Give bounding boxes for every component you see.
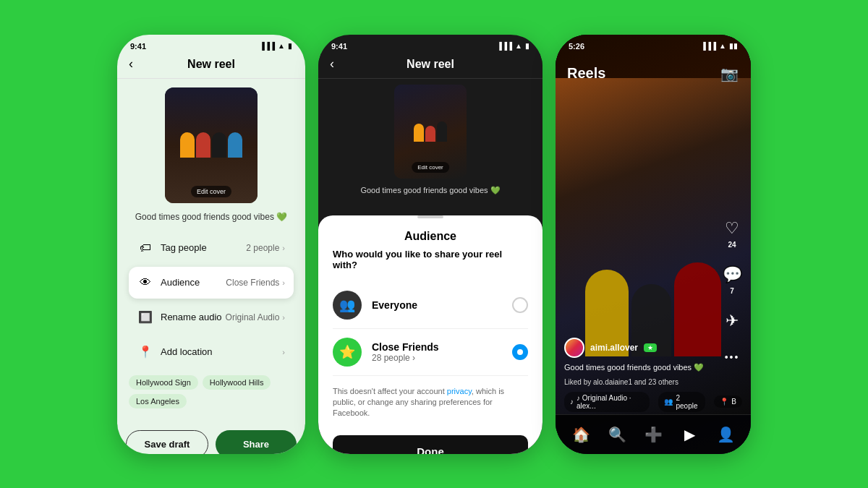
camera-button[interactable]: 📷 — [719, 64, 739, 84]
people-icon: 👥 — [664, 398, 673, 406]
status-icons-3: ▐▐▐ ▲ ▮▮ — [701, 42, 738, 50]
comment-action[interactable]: 💬 7 — [722, 265, 742, 295]
done-button[interactable]: Done — [333, 435, 528, 454]
person-1 — [180, 132, 195, 158]
save-draft-button[interactable]: Save draft — [126, 430, 208, 454]
phone-2: 9:41 ▐▐▐ ▲ ▮ ‹ New reel Edit cover Good … — [318, 35, 542, 454]
status-bar-2: 9:41 ▐▐▐ ▲ ▮ — [318, 35, 542, 53]
close-friends-sub: 28 people › — [372, 353, 512, 363]
back-button-1[interactable]: ‹ — [129, 56, 133, 72]
battery-icon-3: ▮▮ — [729, 42, 738, 50]
close-friends-info: Close Friends 28 people › — [372, 341, 512, 363]
phone-1: 9:41 ▐▐▐ ▲ ▮ ‹ New reel Edit cover Good — [117, 35, 305, 454]
p2-person-1 — [414, 124, 424, 142]
people-group-1 — [180, 132, 242, 158]
phone-3: 5:26 ▐▐▐ ▲ ▮▮ Reels 📷 ♡ 24 💬 7 ✈ — [556, 35, 751, 454]
reel-user-row: aimi.allover ★ — [564, 338, 742, 358]
location-tags-container: Hollywood Sign Hollywood Hills Los Angel… — [129, 371, 294, 416]
screen-header-1: ‹ New reel — [117, 53, 305, 79]
header-title-1: New reel — [187, 58, 235, 71]
location-chevron: › — [282, 348, 285, 356]
radio-inner — [517, 349, 523, 355]
audio-meta[interactable]: ♪ ♪ Original Audio · alex... — [564, 392, 650, 412]
heart-action[interactable]: ♡ 24 — [722, 218, 742, 249]
header-title-2: New reel — [407, 58, 454, 71]
reel-meta-row: ♪ ♪ Original Audio · alex... 👥 2 people … — [564, 392, 742, 412]
tag-icon: 🏷 — [137, 240, 153, 256]
audio-chevron: › — [282, 313, 285, 322]
audience-icon: 👁 — [137, 275, 153, 291]
back-button-2[interactable]: ‹ — [330, 56, 334, 72]
signal-icon-2: ▐▐▐ — [497, 42, 512, 50]
audience-modal: Audience Who would you like to share you… — [318, 215, 542, 454]
location-tag-1[interactable]: Hollywood Hills — [203, 375, 271, 390]
close-friends-radio[interactable] — [512, 344, 528, 360]
status-icons-2: ▐▐▐ ▲ ▮ — [497, 42, 529, 50]
audience-option-close-friends[interactable]: ⭐ Close Friends 28 people › — [333, 329, 528, 376]
music-icon: ♪ — [570, 398, 574, 406]
nav-reels[interactable]: ▶ — [676, 421, 702, 448]
audience-option-everyone[interactable]: 👥 Everyone — [333, 282, 528, 329]
audience-label: Audience — [161, 277, 226, 288]
location-meta[interactable]: 📍 B — [714, 395, 742, 408]
reels-bottom-info: aimi.allover ★ Good times good friends g… — [556, 338, 751, 411]
location-label: Add location — [161, 346, 282, 357]
status-bar-3: 5:26 ▐▐▐ ▲ ▮▮ — [556, 35, 751, 53]
nav-profile[interactable]: 👤 — [712, 421, 739, 448]
audio-value: Original Audio — [226, 312, 280, 322]
location-item[interactable]: 📍 Add location › — [129, 336, 294, 368]
screen-header-2: ‹ New reel — [318, 53, 542, 79]
share-button[interactable]: Share — [216, 430, 297, 454]
heart-icon: ♡ — [722, 218, 742, 239]
p2-edit-cover[interactable]: Edit cover — [412, 162, 449, 173]
people-meta[interactable]: 👥 2 people — [658, 392, 705, 412]
audience-chevron: › — [282, 278, 285, 287]
battery-icon: ▮ — [288, 42, 292, 50]
audio-label: ♪ Original Audio · alex... — [576, 394, 644, 410]
everyone-radio[interactable] — [512, 297, 528, 313]
comment-icon: 💬 — [722, 265, 742, 285]
comment-count: 7 — [730, 287, 734, 295]
heart-count: 24 — [728, 241, 736, 249]
location-tag-0[interactable]: Hollywood Sign — [129, 375, 198, 390]
share-icon: ✈ — [722, 311, 742, 331]
location-label-reel: B — [731, 398, 736, 406]
privacy-note: This doesn't affect your account privacy… — [333, 386, 528, 419]
audience-value: Close Friends — [226, 278, 279, 288]
audio-item[interactable]: 🔲 Rename audio Original Audio › — [129, 301, 294, 333]
status-time-1: 9:41 — [130, 42, 146, 51]
tag-value: 2 people — [246, 243, 279, 253]
everyone-avatar: 👥 — [333, 291, 362, 320]
status-icons-1: ▐▐▐ ▲ ▮ — [260, 42, 292, 50]
status-time-2: 9:41 — [331, 42, 347, 51]
tag-people-item[interactable]: 🏷 Tag people 2 people › — [129, 232, 294, 264]
signal-icon-3: ▐▐▐ — [701, 42, 716, 50]
nav-home[interactable]: 🏠 — [568, 421, 594, 448]
person-3 — [212, 132, 226, 158]
reel-star-badge: ★ — [644, 343, 657, 352]
location-tag-2[interactable]: Los Angeles — [129, 394, 187, 408]
nav-search[interactable]: 🔍 — [604, 421, 630, 448]
video-thumbnail-1[interactable]: Edit cover — [165, 87, 258, 203]
bottom-nav: 🏠 🔍 ➕ ▶ 👤 — [556, 414, 751, 454]
people-count: 2 people — [676, 394, 699, 410]
share-action[interactable]: ✈ — [722, 311, 742, 331]
reel-avatar — [564, 338, 584, 358]
p2-video-thumb[interactable]: Edit cover — [394, 85, 467, 179]
status-time-3: 5:26 — [569, 42, 584, 51]
privacy-link[interactable]: privacy — [447, 387, 472, 395]
p2-person-2 — [425, 126, 435, 142]
p2-video-area: Edit cover Good times good friends good … — [318, 79, 542, 208]
location-icon: 📍 — [137, 344, 153, 360]
reel-username[interactable]: aimi.allover — [590, 343, 638, 353]
everyone-label: Everyone — [372, 299, 512, 311]
audio-label: Rename audio — [161, 312, 226, 322]
everyone-info: Everyone — [372, 299, 512, 311]
p1-main-content: Edit cover Good times good friends good … — [117, 79, 305, 424]
battery-icon-2: ▮ — [525, 42, 529, 50]
audience-item[interactable]: 👁 Audience Close Friends › — [129, 267, 294, 299]
reels-page-title: Reels — [567, 65, 605, 82]
edit-cover-button[interactable]: Edit cover — [191, 186, 231, 197]
wifi-icon: ▲ — [278, 42, 285, 50]
nav-create[interactable]: ➕ — [640, 421, 666, 448]
